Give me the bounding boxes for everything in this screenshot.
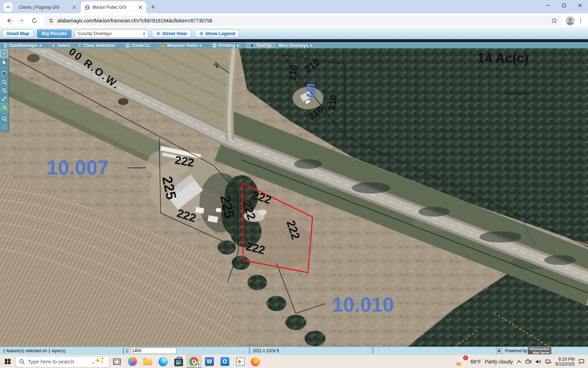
tray-chevron-icon[interactable] — [517, 360, 522, 363]
forward-button[interactable] — [16, 15, 27, 26]
zoom-next-tool-button[interactable] — [0, 123, 8, 131]
network-icon[interactable] — [545, 359, 551, 364]
tab-close-icon[interactable] — [137, 4, 144, 11]
map-server-icon[interactable] — [496, 348, 502, 354]
action-center-icon[interactable] — [579, 359, 584, 364]
copilot-button[interactable] — [125, 355, 140, 368]
site-settings-icon[interactable] — [48, 18, 54, 23]
task-view-icon — [113, 359, 121, 365]
media-player-button[interactable] — [232, 355, 248, 368]
firefox-icon — [251, 357, 260, 366]
weather-temp[interactable]: 68°F — [471, 359, 481, 364]
tab-marion-public-gis[interactable]: Marion Public GIS — [80, 1, 146, 13]
full-extent-tool-button[interactable] — [0, 95, 8, 103]
zoom-box-tool-button[interactable] — [0, 70, 8, 77]
gis-menubar: Satellitemaps Select Clear Selection — [0, 39, 588, 48]
map-pin-icon — [4, 43, 7, 48]
menu-select[interactable]: Select — [49, 43, 74, 49]
gear-icon — [200, 32, 203, 35]
satellite-map[interactable] — [0, 48, 588, 347]
back-button[interactable] — [4, 15, 15, 26]
map-label-unnamed: UNNAMED — [505, 91, 528, 96]
show-legend-button[interactable]: Show Legend — [195, 29, 240, 38]
bing-sparkle-icon — [91, 357, 105, 366]
reload-button[interactable] — [29, 15, 40, 26]
pointer-tool-button[interactable] — [0, 50, 8, 57]
menu-clear-selection[interactable]: Clear Selection — [74, 43, 118, 49]
powered-by-label: Powered by — [505, 347, 527, 355]
globe-favicon-icon — [85, 5, 90, 10]
status-separator — [373, 348, 373, 354]
volume-icon[interactable] — [536, 359, 541, 364]
zoom-out-tool-button[interactable] — [0, 87, 8, 94]
small-map-button[interactable]: Small Map — [2, 29, 34, 38]
menu-separator — [47, 43, 47, 48]
browser-menu-icon[interactable] — [576, 18, 584, 23]
task-view-button[interactable] — [109, 355, 125, 368]
weather-badge: 1 — [463, 355, 468, 360]
zoom-selected-tool-button[interactable] — [0, 103, 8, 111]
clock-time: 8:20 PM — [558, 357, 575, 362]
menu-label: Measure Tools — [167, 43, 198, 48]
word-button[interactable]: W — [202, 355, 217, 368]
start-button[interactable] — [0, 355, 15, 368]
menu-zoom-ll[interactable]: Zoom LL — [122, 43, 154, 49]
big-results-button[interactable]: Big Results — [37, 29, 71, 38]
close-window-button[interactable] — [572, 0, 588, 11]
zoom-previous-tool-button[interactable] — [0, 115, 8, 123]
map-label-222: 222 — [174, 154, 195, 169]
menu-printing[interactable]: Printing — [209, 43, 243, 49]
outlook-button[interactable]: O — [217, 355, 232, 368]
zoom-in-tool-button[interactable] — [0, 78, 8, 86]
microsoft-store-button[interactable] — [171, 355, 186, 368]
chrome-button[interactable] — [186, 355, 202, 368]
taskbar-clock[interactable]: 8:20 PM 5/13/2025 — [555, 357, 575, 367]
profile-avatar[interactable] — [566, 16, 575, 25]
weather-desc[interactable]: Partly cloudy — [485, 359, 513, 364]
status-separator — [249, 348, 250, 354]
map-tools-sidebar — [0, 49, 9, 132]
maximize-button[interactable] — [556, 0, 572, 11]
file-explorer-button[interactable] — [140, 355, 155, 368]
outlook-icon: O — [220, 357, 229, 366]
url-text[interactable]: alabamagis.com/Marion/frameset.cfm?cfid=… — [57, 18, 548, 23]
menu-label: Select — [57, 43, 70, 48]
tab-close-icon[interactable] — [71, 4, 77, 11]
weather-icon[interactable]: 1 — [456, 357, 467, 367]
county-overlays-select[interactable]: County Overlays ▲▼ — [75, 29, 148, 38]
tab-title: Clients | Flagship GIS — [19, 5, 71, 10]
map-label-parcel-10007: 10.007 — [47, 157, 108, 178]
gear-icon — [156, 32, 160, 35]
menu-misc-overlays[interactable]: Misc Overlays — [275, 43, 316, 49]
printer-icon — [212, 43, 217, 48]
tab-search-button[interactable] — [4, 2, 13, 12]
file-explorer-icon — [143, 358, 152, 365]
search-placeholder: Type here to search — [28, 359, 89, 364]
tab-clients-flagship[interactable]: Clients | Flagship GIS — [15, 3, 80, 12]
gis-toolbar: Small Map Big Results County Overlays ▲▼… — [0, 28, 588, 39]
browser-tabstrip: Clients | Flagship GIS Marion Public GIS — [0, 0, 588, 13]
firefox-button[interactable] — [248, 355, 263, 368]
minimize-button[interactable] — [540, 0, 556, 11]
map-viewport[interactable]: 00 R.O.W. 70 10.007 10.010 5 14 Ac(c) UN… — [0, 48, 588, 347]
windows-taskbar: Type here to search W O — [0, 354, 588, 368]
menu-label: Clear Selection — [83, 43, 115, 48]
menu-measure-tools[interactable]: Measure Tools — [157, 43, 206, 49]
street-view-button[interactable]: Street View — [152, 29, 191, 38]
menu-tooltip[interactable]: ToolTip — [246, 43, 275, 48]
scale-prefix: 1: — [126, 347, 129, 355]
menu-satellitemaps[interactable]: Satellitemaps — [0, 43, 46, 49]
brand-line: Infrastructure — [529, 347, 550, 351]
address-bar[interactable]: alabamagis.com/Marion/frameset.cfm?cfid=… — [44, 15, 561, 26]
taskbar-app-icons: W O — [109, 355, 263, 368]
taskbar-search-box[interactable]: Type here to search — [15, 356, 109, 367]
menu-label: Misc Overlays — [279, 43, 308, 48]
meet-now-icon[interactable] — [525, 359, 532, 364]
pan-tool-button[interactable] — [0, 58, 8, 66]
scale-input[interactable] — [130, 348, 177, 354]
new-tab-button[interactable] — [148, 2, 158, 12]
bookmark-star-icon[interactable] — [551, 18, 557, 23]
edge-button[interactable] — [155, 355, 171, 368]
cursor-arrow-icon — [52, 43, 56, 48]
tools-divider — [1, 68, 7, 68]
